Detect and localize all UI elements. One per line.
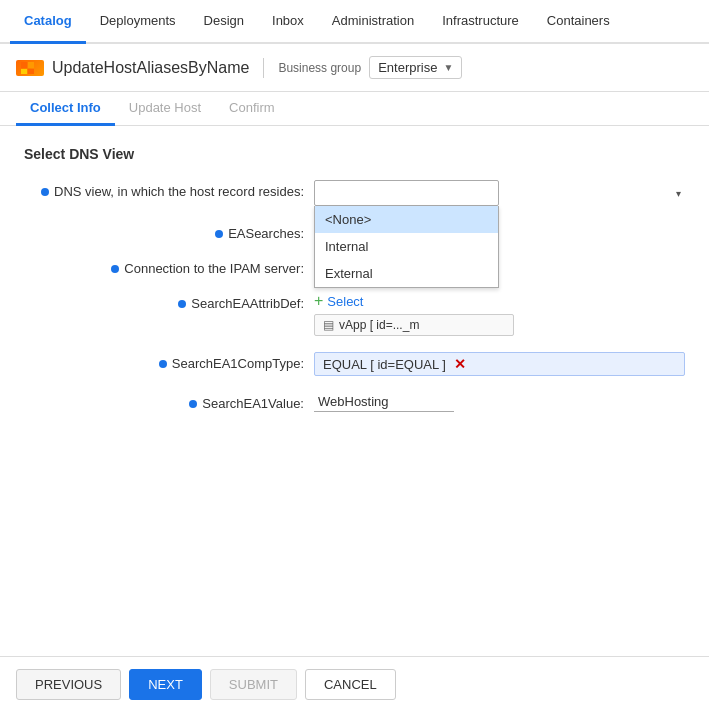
svg-rect-0: [21, 62, 27, 68]
dns-dropdown-list: <None> Internal External: [314, 206, 499, 288]
dns-view-label: DNS view, in which the host record resid…: [24, 180, 314, 199]
dns-option-external[interactable]: External: [315, 260, 498, 287]
search-ea-value-row: SearchEA1Value:: [24, 392, 685, 412]
nav-inbox[interactable]: Inbox: [258, 0, 318, 44]
business-group-label: Business group: [278, 61, 361, 75]
tab-collect-info[interactable]: Collect Info: [16, 92, 115, 126]
nav-catalog[interactable]: Catalog: [10, 0, 86, 44]
search-ea-comp-label: SearchEA1CompType:: [24, 352, 314, 371]
search-ea-value-label: SearchEA1Value:: [24, 392, 314, 411]
connection-label: Connection to the IPAM server:: [24, 257, 314, 276]
business-group-select[interactable]: Enterprise ▼: [369, 56, 462, 79]
required-dot-value: [189, 400, 197, 408]
plus-icon: +: [314, 292, 323, 310]
document-icon: ▤: [323, 318, 334, 332]
cancel-button[interactable]: CANCEL: [305, 669, 396, 700]
next-button[interactable]: NEXT: [129, 669, 202, 700]
nav-administration[interactable]: Administration: [318, 0, 428, 44]
header-divider: [263, 58, 264, 78]
dns-view-row: DNS view, in which the host record resid…: [24, 180, 685, 206]
dns-option-none[interactable]: <None>: [315, 206, 498, 233]
dns-dropdown-container: ▾ <None> Internal External: [314, 180, 685, 206]
ea-value-input[interactable]: [314, 392, 454, 412]
nav-design[interactable]: Design: [190, 0, 258, 44]
nav-infrastructure[interactable]: Infrastructure: [428, 0, 533, 44]
search-ea-comp-row: SearchEA1CompType: EQUAL [ id=EQUAL ] ✕: [24, 352, 685, 376]
main-content: Select DNS View DNS view, in which the h…: [0, 126, 709, 448]
nav-containers[interactable]: Containers: [533, 0, 624, 44]
search-ea-attrib-row: SearchEAAttribDef: + Select ▤ vApp [ id=…: [24, 292, 685, 336]
ea-attrib-value-tag: ▤ vApp [ id=..._m: [314, 314, 514, 336]
content-area: Select DNS View DNS view, in which the h…: [0, 126, 709, 712]
ea-searches-label: EASearches:: [24, 222, 314, 241]
business-group-value: Enterprise: [378, 60, 437, 75]
app-logo: [16, 60, 44, 76]
search-ea-attrib-label: SearchEAAttribDef:: [24, 292, 314, 311]
top-nav: Catalog Deployments Design Inbox Adminis…: [0, 0, 709, 44]
search-ea-comp-control: EQUAL [ id=EQUAL ] ✕: [314, 352, 685, 376]
previous-button[interactable]: PREVIOUS: [16, 669, 121, 700]
header-bar: UpdateHostAliasesByName Business group E…: [0, 44, 709, 92]
search-ea-value-control: [314, 392, 685, 412]
nav-deployments[interactable]: Deployments: [86, 0, 190, 44]
required-dot-conn: [111, 265, 119, 273]
comp-type-tag: EQUAL [ id=EQUAL ] ✕: [314, 352, 685, 376]
search-ea-attrib-control: + Select ▤ vApp [ id=..._m: [314, 292, 685, 336]
section-title: Select DNS View: [24, 146, 685, 162]
page-wrapper: Catalog Deployments Design Inbox Adminis…: [0, 0, 709, 712]
svg-rect-1: [28, 62, 34, 68]
comp-type-value: EQUAL [ id=EQUAL ]: [323, 357, 446, 372]
required-dot-attrib: [178, 300, 186, 308]
page-title: UpdateHostAliasesByName: [52, 59, 249, 77]
tab-update-host: Update Host: [115, 92, 215, 126]
select-button[interactable]: + Select: [314, 292, 685, 310]
dns-view-select[interactable]: [314, 180, 499, 206]
tabs-bar: Collect Info Update Host Confirm: [0, 92, 709, 126]
svg-rect-3: [28, 69, 34, 74]
tab-confirm: Confirm: [215, 92, 289, 126]
chevron-down-icon: ▾: [676, 188, 681, 199]
submit-button: SUBMIT: [210, 669, 297, 700]
remove-comp-type-button[interactable]: ✕: [454, 356, 466, 372]
bottom-bar: PREVIOUS NEXT SUBMIT CANCEL: [0, 656, 709, 712]
required-dot: [41, 188, 49, 196]
dns-option-internal[interactable]: Internal: [315, 233, 498, 260]
required-dot-comp: [159, 360, 167, 368]
required-dot-ea: [215, 230, 223, 238]
ea-attrib-value: vApp [ id=..._m: [339, 318, 505, 332]
svg-rect-2: [21, 69, 27, 74]
chevron-down-icon: ▼: [443, 62, 453, 73]
